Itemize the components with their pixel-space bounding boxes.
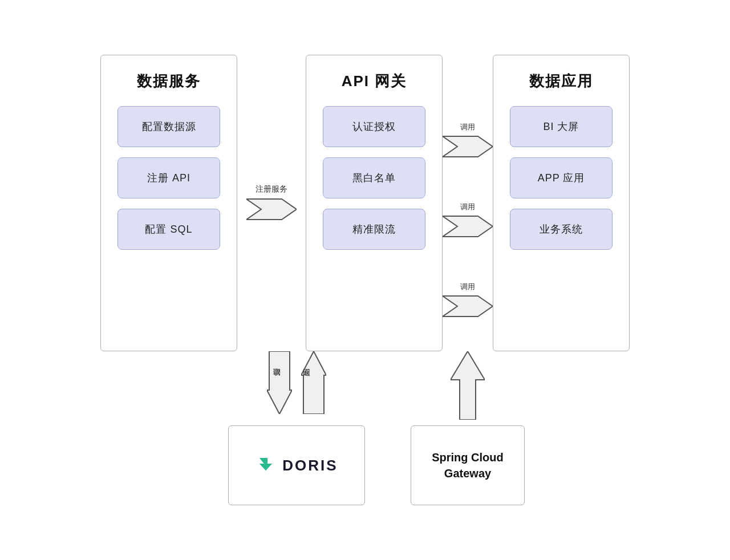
- svg-marker-0: [246, 199, 297, 220]
- panel-right-title: 数据应用: [529, 71, 593, 91]
- register-arrow-label: 注册服务: [256, 184, 287, 194]
- top-row: 数据服务 配置数据源 注册 API 配置 SQL 注册服务 API 网关 认证授…: [29, 55, 701, 351]
- box-config-datasource: 配置数据源: [117, 106, 220, 147]
- up-arrow-container: [301, 351, 326, 414]
- gateway-box: Spring Cloud Gateway: [411, 425, 525, 505]
- call-arrow-1: 调用: [443, 122, 493, 159]
- panel-mid-title: API 网关: [342, 71, 407, 91]
- box-biz-system: 业务系统: [510, 209, 613, 250]
- panel-data-service: 数据服务 配置数据源 注册 API 配置 SQL: [100, 55, 237, 351]
- call-arrows-container: 调用 调用 调用: [443, 55, 493, 351]
- bottom-row: 调取回返 DORIS Spri: [29, 351, 701, 505]
- svg-marker-6: [451, 351, 485, 420]
- box-auth: 认证授权: [323, 106, 425, 147]
- svg-marker-4: [267, 351, 292, 414]
- call-arrow-3: 调用: [443, 282, 493, 319]
- doris-logo-icon: [255, 455, 277, 476]
- box-config-sql: 配置 SQL: [117, 209, 220, 250]
- doris-box: DORIS: [228, 425, 365, 505]
- svg-marker-1: [443, 136, 493, 157]
- box-ratelimit: 精准限流: [323, 209, 425, 250]
- down-arrow-container: [267, 351, 292, 414]
- call-arrow-2: 调用: [443, 202, 493, 239]
- gateway-up-arrow-container: [451, 351, 485, 425]
- gateway-up-arrow-icon: [451, 351, 485, 420]
- down-arrow-icon: [267, 351, 292, 414]
- diagram: 数据服务 配置数据源 注册 API 配置 SQL 注册服务 API 网关 认证授…: [29, 18, 701, 542]
- box-register-api: 注册 API: [117, 157, 220, 198]
- right-chevron-icon: [246, 197, 297, 222]
- right-chevron-icon-3: [443, 294, 493, 319]
- panel-data-app: 数据应用 BI 大屏 APP 应用 业务系统: [493, 55, 630, 351]
- arrow-register-service: 注册服务: [237, 184, 306, 222]
- gateway-label: Spring Cloud Gateway: [432, 449, 504, 481]
- svg-marker-3: [443, 296, 493, 316]
- svg-marker-5: [301, 351, 326, 414]
- call-label-1: 调用: [460, 122, 475, 132]
- panel-left-title: 数据服务: [137, 71, 201, 91]
- box-app: APP 应用: [510, 157, 613, 198]
- right-chevron-icon-1: [443, 134, 493, 159]
- bottom-left-section: 调取回返 DORIS: [228, 351, 365, 505]
- up-arrow-icon: [301, 351, 326, 414]
- call-label-2: 调用: [460, 202, 475, 212]
- box-bi: BI 大屏: [510, 106, 613, 147]
- box-blackwhite: 黑白名单: [323, 157, 425, 198]
- vertical-arrows: 调取回返: [262, 351, 331, 425]
- bottom-mid-section: Spring Cloud Gateway: [433, 351, 502, 505]
- register-arrow-container: 注册服务: [246, 184, 297, 222]
- svg-marker-2: [443, 216, 493, 237]
- doris-label: DORIS: [282, 457, 338, 474]
- panel-api-gateway: API 网关 认证授权 黑白名单 精准限流: [306, 55, 443, 351]
- right-chevron-icon-2: [443, 214, 493, 239]
- call-label-3: 调用: [460, 282, 475, 292]
